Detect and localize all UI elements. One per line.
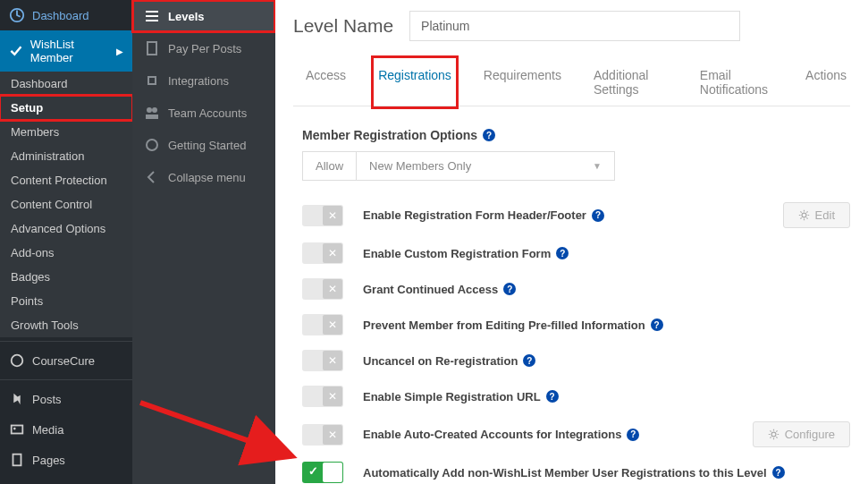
option-row: ✕Enable Simple Registration URL? [302,386,850,407]
sidebar-sub-points[interactable]: Points [0,289,132,313]
svg-rect-12 [146,115,158,119]
level-name-input[interactable] [409,11,740,41]
tab-additional-settings[interactable]: Additional Settings [590,59,671,106]
page-icon [9,452,25,468]
svg-point-14 [802,213,806,217]
circle-icon [9,352,25,369]
wlm-item-label: Team Accounts [168,106,247,120]
option-label: Prevent Member from Editing Pre-filled I… [363,318,850,332]
sidebar-sub-advanced-options[interactable]: Advanced Options [0,217,132,241]
configure-button[interactable]: Configure [753,421,850,447]
help-icon[interactable]: ? [651,318,663,331]
svg-point-1 [12,355,23,367]
sidebar-sub-content-control[interactable]: Content Control [0,192,132,217]
sidebar-pages-label: Pages [32,454,65,467]
sidebar-dashboard-label: Dashboard [32,9,89,22]
toggle[interactable]: ✕ [302,386,343,407]
toggle[interactable]: ✕ [302,242,343,264]
dashboard-icon [9,7,25,23]
wlm-item-levels[interactable]: Levels [132,0,275,32]
allow-label: Allow [303,152,357,180]
media-icon [9,421,25,437]
option-row: ✕Enable Custom Registration Form? [302,242,850,264]
level-name-label: Level Name [293,15,393,37]
chevron-right-icon: ▶ [116,47,123,56]
sidebar-posts-label: Posts [32,393,62,406]
sidebar-sub-badges[interactable]: Badges [0,265,132,289]
svg-rect-4 [13,454,21,466]
help-icon[interactable]: ? [592,209,604,222]
wlm-item-team-accounts[interactable]: Team Accounts [132,97,275,129]
sidebar-sub-administration[interactable]: Administration [0,144,132,168]
sidebar-media-label: Media [32,423,63,437]
tab-actions[interactable]: Actions [802,59,850,106]
svg-point-13 [147,140,157,150]
wlm-item-collapse[interactable]: Collapse menu [132,161,275,193]
help-icon[interactable]: ? [546,390,559,403]
sidebar-sub-setup[interactable]: Setup [0,96,132,120]
help-icon[interactable]: ? [503,283,516,295]
tab-registrations[interactable]: Registrations [375,59,455,106]
tabs: Access Registrations Requirements Additi… [293,59,850,106]
toggle[interactable]: ✕ [302,424,343,446]
help-icon[interactable]: ? [556,247,569,259]
main-content: Level Name Access Registrations Requirem… [275,0,868,484]
sidebar-coursecure[interactable]: CourseCure [0,345,132,376]
document-icon [145,41,159,55]
wlm-item-label: Levels [168,10,204,23]
toggle[interactable]: ✕ [302,314,343,335]
sidebar-wlm[interactable]: WishList Member ▶ [0,30,132,72]
allow-select[interactable]: Allow New Members Only ▼ [302,151,615,181]
option-label: Enable Simple Registration URL? [363,390,850,403]
edit-button[interactable]: Edit [783,202,850,228]
toggle[interactable]: ✕ [302,350,343,371]
svg-point-15 [771,432,776,437]
help-icon[interactable]: ? [483,129,495,141]
option-label: Enable Auto-Created Accounts for Integra… [363,428,733,441]
option-label: Enable Custom Registration Form? [363,247,850,260]
wlm-item-label: Integrations [168,74,229,88]
wlm-submenu: Levels Pay Per Posts Integrations Team A… [132,0,275,484]
wlm-item-label: Getting Started [168,139,246,152]
rocket-icon [145,138,159,152]
help-icon[interactable]: ? [772,466,785,479]
toggle[interactable] [302,462,343,483]
sidebar-pages[interactable]: Pages [0,445,132,475]
help-icon[interactable]: ? [627,429,639,441]
sidebar-sub-growth-tools[interactable]: Growth Tools [0,313,132,337]
svg-point-10 [147,107,152,113]
pin-icon [9,391,25,407]
sidebar-wlm-label: WishList Member [30,38,109,64]
gear-icon [768,429,780,440]
wlm-item-integrations[interactable]: Integrations [132,64,275,97]
svg-rect-9 [148,77,156,84]
sidebar-sub-addons[interactable]: Add-ons [0,241,132,265]
help-icon[interactable]: ? [523,354,535,367]
svg-rect-5 [146,11,158,13]
option-row: ✕Enable Registration Form Header/Footer?… [302,202,850,228]
sidebar-comments[interactable]: Comments [0,475,132,484]
option-row: ✕Prevent Member from Editing Pre-filled … [302,314,850,335]
toggle[interactable]: ✕ [302,205,343,226]
gear-icon [798,209,810,221]
tab-requirements[interactable]: Requirements [480,59,565,106]
sidebar-posts[interactable]: Posts [0,384,132,414]
option-label: Automatically Add non-WishList Member Us… [363,466,850,480]
tab-email-notifications[interactable]: Email Notifications [696,59,777,106]
option-row: ✕Enable Auto-Created Accounts for Integr… [302,421,850,447]
sidebar-sub-members[interactable]: Members [0,120,132,144]
check-icon [9,43,23,59]
sidebar-sub-dashboard[interactable]: Dashboard [0,72,132,96]
toggle[interactable]: ✕ [302,278,343,300]
svg-rect-8 [147,42,156,55]
sidebar-media[interactable]: Media [0,414,132,445]
wlm-item-pay-per-posts[interactable]: Pay Per Posts [132,32,275,64]
list-icon [145,9,159,23]
option-row: ✕Uncancel on Re-registration? [302,350,850,371]
sidebar-sub-content-protection[interactable]: Content Protection [0,168,132,192]
tab-access[interactable]: Access [302,59,350,106]
sidebar-dashboard[interactable]: Dashboard [0,0,132,30]
option-label: Enable Registration Form Header/Footer? [363,208,763,222]
wlm-item-getting-started[interactable]: Getting Started [132,129,275,161]
wlm-item-label: Collapse menu [168,171,246,184]
